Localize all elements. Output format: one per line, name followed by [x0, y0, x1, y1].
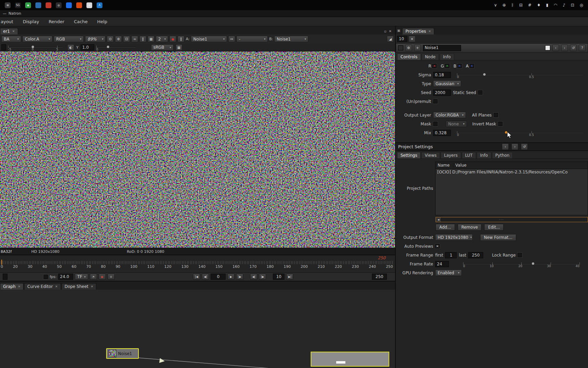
table-header-value[interactable]: Value [453, 163, 467, 168]
mask-channel-dropdown[interactable]: None▾ [446, 121, 467, 127]
project-settings-tab[interactable]: Layers [441, 152, 461, 158]
clock-icon[interactable]: ◔ [90, 274, 97, 280]
previous-frame-button[interactable]: ◀| [202, 274, 209, 280]
operator-dropdown[interactable]: -▾ [236, 36, 268, 42]
pane-anchor-icon[interactable]: ▣ [397, 29, 400, 33]
frame-range-first-input[interactable] [445, 252, 457, 258]
graph-navigator[interactable] [311, 352, 389, 367]
keyboard-icon[interactable]: # [528, 3, 532, 7]
appstore-icon[interactable]: A [97, 2, 102, 8]
mix-input[interactable] [433, 130, 451, 136]
node-tab[interactable]: Node [422, 53, 439, 60]
scroll-left-icon[interactable]: ◀ [436, 217, 441, 222]
mail-icon[interactable] [66, 2, 72, 8]
overlay-color-swatch[interactable] [545, 45, 550, 50]
wifi-icon[interactable]: ◠ [554, 3, 557, 7]
previous-keyframe-button[interactable]: ◀| [250, 274, 257, 280]
window-grid-icon[interactable]: ⊞ [5, 2, 11, 8]
last-frame-button[interactable]: ▶| [286, 274, 293, 280]
static-seed-checkbox[interactable] [478, 90, 483, 95]
frame-range-last-input[interactable] [468, 252, 483, 258]
max-panels-input[interactable] [397, 36, 407, 42]
close-tab-icon[interactable]: ✕ [91, 285, 94, 288]
input-b-dropdown[interactable]: Noise1▾ [274, 36, 308, 42]
chevron-down-icon[interactable]: ∨ [494, 3, 497, 7]
seed-input[interactable] [433, 90, 451, 96]
pause-render-button[interactable]: ‖ [178, 36, 184, 42]
gain-slider[interactable]: -5 0 5 [8, 44, 63, 51]
sg-app-icon[interactable]: SG [15, 2, 21, 8]
node-color-swatch[interactable] [398, 45, 403, 50]
project-settings-tab[interactable]: LUT [462, 152, 476, 158]
float-pane-icon[interactable]: ▫ [384, 29, 387, 33]
channel-checkbox[interactable] [457, 64, 462, 68]
gamma-toggle-icon[interactable]: ◐ [67, 44, 74, 51]
globe-icon[interactable]: ⊕ [503, 3, 506, 7]
menu-item[interactable]: Render [49, 19, 64, 24]
node-tab[interactable]: Info [440, 53, 454, 60]
properties-tab[interactable]: Properties ✕ [402, 28, 434, 34]
edit-path-button[interactable]: Edit... [484, 224, 504, 231]
panel-undo-button[interactable]: ‹ [502, 143, 509, 150]
in-point-input[interactable] [3, 274, 7, 280]
lock-timeline-icon[interactable]: ⊙ [108, 274, 115, 280]
scrollbar-grip[interactable]: ··· [499, 218, 504, 221]
remove-path-button[interactable]: Remove [458, 224, 482, 231]
display-channels-dropdown[interactable]: RGB▾ [54, 36, 84, 42]
node-graph-canvas[interactable]: Noise1 [0, 290, 395, 368]
channel-checkbox[interactable] [470, 64, 474, 68]
colorspace-dropdown[interactable]: sRGB▾ [151, 44, 174, 51]
add-path-button[interactable]: Add... [436, 224, 455, 231]
frame-rate-slider[interactable]: 010203040 [463, 261, 579, 267]
next-frame-button[interactable]: |▶ [236, 274, 243, 280]
control-center-icon[interactable]: ⊡ [571, 3, 574, 7]
input-a-dropdown[interactable]: Noise1▾ [191, 36, 227, 42]
frame-rate-input[interactable] [435, 261, 449, 267]
cache-film-icon[interactable]: ▦ [99, 274, 106, 280]
full-frame-icon[interactable]: ∞ [131, 36, 138, 42]
finder-icon[interactable] [35, 2, 41, 8]
viewer-image[interactable] [0, 51, 395, 248]
node-script-icon[interactable]: + [414, 45, 421, 51]
sigma-input[interactable] [433, 72, 451, 78]
project-paths-table[interactable]: Name Value [OCIO] D:/Program Files/INRIA… [435, 162, 588, 215]
layer-dropdown[interactable]: BA▾ [1, 36, 21, 42]
current-frame-input[interactable] [211, 274, 226, 280]
battery-icon[interactable]: ▮ [546, 3, 549, 7]
all-planes-checkbox[interactable] [494, 113, 498, 117]
project-settings-tab[interactable]: Settings [397, 152, 421, 158]
first-frame-button[interactable]: |◀ [193, 274, 200, 280]
viewer-tab[interactable]: er1 ✕ [0, 28, 18, 34]
node-name-field[interactable]: Noise1 [423, 45, 461, 51]
project-settings-tab[interactable]: Views [421, 152, 440, 158]
next-keyframe-button[interactable]: |▶ [259, 274, 266, 280]
chrome-icon[interactable]: ◉ [25, 2, 31, 8]
lock-range-checkbox[interactable] [518, 253, 522, 257]
table-header-name[interactable]: Name [436, 163, 453, 168]
photos-icon[interactable]: ❀ [86, 2, 92, 8]
auto-previews-checkbox[interactable] [435, 244, 440, 248]
menu-item[interactable]: Cache [74, 19, 87, 24]
close-tab-icon[interactable]: ✕ [55, 285, 58, 288]
restore-defaults-button[interactable]: ↺ [570, 45, 577, 51]
timeline-bounds-checkbox[interactable] [44, 275, 48, 279]
mask-checkbox[interactable] [433, 122, 438, 126]
pane-tab[interactable]: Graph ✕ [0, 283, 23, 290]
channel-checkbox[interactable] [432, 64, 437, 68]
out-point-input[interactable] [372, 274, 387, 280]
frame-increment-input[interactable] [273, 274, 284, 280]
close-tab-icon[interactable]: ✕ [12, 30, 15, 33]
output-layer-dropdown[interactable]: Color.RGBA▾ [433, 112, 466, 118]
pane-tab[interactable]: Curve Editor ✕ [24, 283, 61, 290]
mic-icon[interactable]: ♦ [537, 3, 541, 7]
pane-tab[interactable]: Dope Sheet ✕ [62, 283, 97, 290]
node-tab[interactable]: Controls [397, 53, 421, 60]
undo-button[interactable]: ‹ [552, 45, 559, 51]
node-center-icon[interactable]: ⚙ [405, 45, 412, 51]
output-format-dropdown[interactable]: HD 1920x1080▾ [435, 234, 473, 241]
mix-slider[interactable]: 0 0.5 [457, 129, 583, 136]
refresh-viewer-icon[interactable]: ⊕ [115, 36, 122, 42]
gamma-input[interactable] [81, 44, 94, 50]
play-forward-button[interactable]: ▶ [227, 274, 234, 280]
channel-checkbox[interactable] [445, 64, 450, 68]
